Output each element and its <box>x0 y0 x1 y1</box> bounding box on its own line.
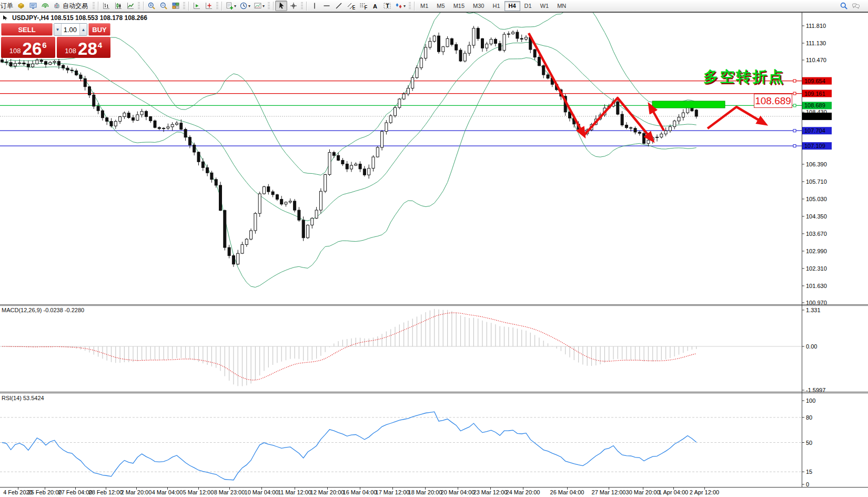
ask-pips: 28 <box>78 42 97 56</box>
signals-button[interactable] <box>39 1 51 11</box>
price-level-badge-label: 109.654 <box>804 78 825 84</box>
autotrading-button[interactable]: 自动交易 <box>51 1 91 11</box>
indicators-button[interactable]: ▾ <box>224 1 238 11</box>
trend-arrow[interactable] <box>708 107 765 128</box>
rsi-pane[interactable] <box>0 412 802 480</box>
label-tool-button[interactable]: T <box>381 1 393 11</box>
volume-decrease-button[interactable]: ▼ <box>54 24 62 35</box>
channel-tool-button[interactable]: E <box>345 1 357 11</box>
bollinger-middle-band[interactable] <box>2 42 697 221</box>
horizontal-line-icon <box>322 2 331 10</box>
ask-price-box[interactable]: 108 28 4 <box>57 37 111 58</box>
toolbar-grip <box>93 2 95 10</box>
line-handle[interactable] <box>793 104 796 107</box>
one-click-trading-panel: SELL ▼ ▲ BUY 108 26 6 108 28 4 <box>1 23 110 58</box>
chat-bubbles-icon <box>852 2 860 10</box>
tile-windows-button[interactable] <box>169 1 181 11</box>
vertical-line-tool-button[interactable] <box>308 1 320 11</box>
timeframe-m15[interactable]: M15 <box>449 1 469 11</box>
svg-text:T: T <box>386 3 389 9</box>
macd-pane[interactable] <box>0 309 802 386</box>
buy-button[interactable]: BUY <box>88 23 110 36</box>
toolbar-separator <box>143 2 144 11</box>
horizontal-line-tool-button[interactable] <box>320 1 332 11</box>
price-tick-label: 105.710 <box>806 178 827 185</box>
fibonacci-tool-button[interactable]: F <box>357 1 369 11</box>
trend-arrow[interactable] <box>529 33 584 135</box>
toolbar-separator <box>414 2 415 11</box>
cursor-tool-button[interactable] <box>275 1 287 11</box>
rsi-tick-label: 0 <box>806 481 809 488</box>
chevron-down-icon: ▾ <box>248 4 250 8</box>
svg-text:A: A <box>373 3 377 9</box>
price-tick-label: 103.670 <box>806 231 827 237</box>
text-tool-button[interactable]: A <box>369 1 381 11</box>
timeframe-h4[interactable]: H4 <box>504 1 520 11</box>
auto-scroll-button[interactable] <box>190 1 203 11</box>
rsi-tick-label: 50 <box>806 440 812 446</box>
candlestick-mode-button[interactable] <box>112 1 124 11</box>
bid-big-figure: 108 <box>9 47 21 55</box>
macd-tick-label: -1.5997 <box>806 387 825 393</box>
timeframe-m1[interactable]: M1 <box>416 1 432 11</box>
fibonacci-icon: F <box>359 2 367 10</box>
zoom-out-icon <box>159 2 168 10</box>
line-handle[interactable] <box>793 92 796 95</box>
symbol-header: USDJPY-,H4 108.515 108.553 108.178 108.2… <box>3 14 147 22</box>
timeframe-w1[interactable]: W1 <box>536 1 553 11</box>
indicator-add-icon <box>225 2 234 10</box>
main-price-pane[interactable] <box>0 4 802 287</box>
line-handle[interactable] <box>793 79 796 82</box>
time-tick-label: 27 Feb 04:00 <box>58 489 93 495</box>
bollinger-lower-band[interactable] <box>2 58 697 287</box>
macd-tick-label: 1.331 <box>806 307 821 313</box>
time-tick-label: 17 Mar 12:00 <box>376 489 410 495</box>
price-tick-label: 101.630 <box>806 283 827 289</box>
line-handle[interactable] <box>793 130 796 132</box>
rsi-indicator-label: RSI(14) 53.5424 <box>2 395 44 401</box>
data-window-button[interactable] <box>27 1 39 11</box>
timeframe-d1[interactable]: D1 <box>520 1 536 11</box>
chart-shift-button[interactable] <box>203 1 215 11</box>
timeframe-h1[interactable]: H1 <box>488 1 504 11</box>
resistance-zone-rect[interactable] <box>652 101 725 108</box>
search-button[interactable] <box>837 1 850 11</box>
price-tick-label: 102.990 <box>806 248 827 254</box>
toolbar-grip <box>138 2 140 10</box>
sell-button[interactable]: SELL <box>1 23 53 36</box>
text-icon: A <box>371 2 379 10</box>
candlesticks <box>1 26 698 267</box>
line-chart-mode-button[interactable] <box>124 1 136 11</box>
volume-input[interactable] <box>62 24 79 35</box>
price-level-badge-label: 107.704 <box>804 127 825 134</box>
timeframe-mn[interactable]: MN <box>553 1 570 11</box>
rsi-line <box>2 412 697 480</box>
price-tick-label: 111.130 <box>806 40 826 46</box>
line-handle[interactable] <box>793 145 796 147</box>
market-watch-button[interactable] <box>15 1 27 11</box>
periods-button[interactable]: ▾ <box>238 1 252 11</box>
price-callout-box[interactable]: 108.689 <box>754 94 792 108</box>
candlestick-icon <box>114 2 123 10</box>
templates-button[interactable]: ▾ <box>252 1 266 11</box>
time-tick-label: 24 Mar 20:00 <box>506 489 540 495</box>
time-tick-label: 26 Mar 04:00 <box>550 489 584 495</box>
turning-point-note[interactable]: 多空转折点 <box>703 67 785 87</box>
trendline-icon <box>335 2 343 10</box>
trendline-tool-button[interactable] <box>332 1 345 11</box>
crosshair-icon <box>289 2 298 10</box>
cursor-icon <box>277 2 286 10</box>
time-tick-label: 2 Apr 12:00 <box>690 489 719 495</box>
timeframe-m30[interactable]: M30 <box>469 1 488 11</box>
chat-button[interactable] <box>850 1 862 11</box>
trend-arrow[interactable] <box>650 105 664 131</box>
bid-price-box[interactable]: 108 26 6 <box>1 37 55 58</box>
timeframe-m5[interactable]: M5 <box>432 1 449 11</box>
volume-control: ▼ ▲ <box>54 23 87 36</box>
new-order-button[interactable]: 新订单 <box>0 2 13 11</box>
crosshair-tool-button[interactable] <box>287 1 299 11</box>
zoom-in-button[interactable] <box>145 1 157 11</box>
zoom-out-button[interactable] <box>157 1 169 11</box>
bar-chart-mode-button[interactable] <box>100 1 112 11</box>
arrows-tool-button[interactable]: ▾ <box>393 1 407 11</box>
